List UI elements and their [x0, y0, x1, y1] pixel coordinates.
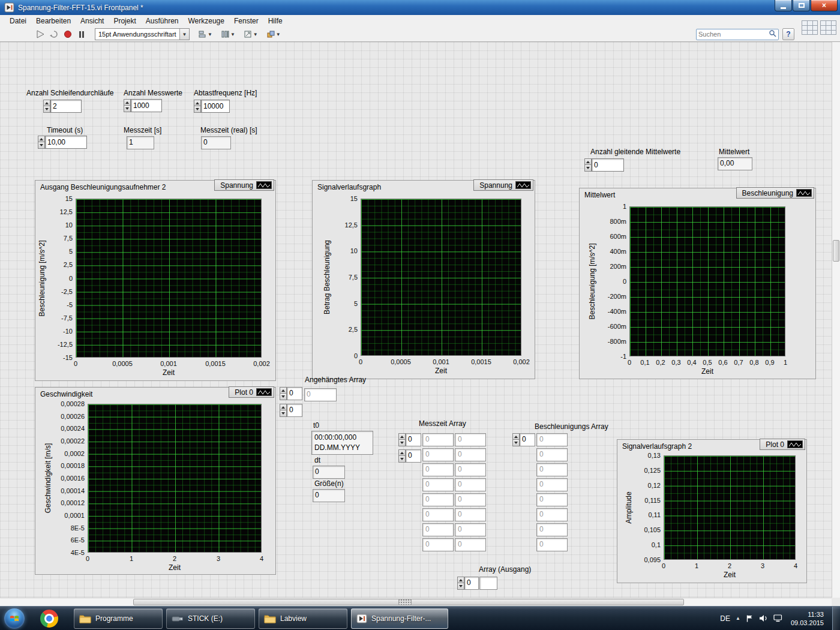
- array-element[interactable]: 0: [422, 463, 454, 476]
- messwerte-input[interactable]: [131, 99, 162, 112]
- abtastfrequenz-spinner[interactable]: [194, 100, 201, 113]
- array-row: 0: [536, 538, 568, 551]
- array-element[interactable]: 0: [536, 508, 568, 521]
- messzeit-array-index2-spinner[interactable]: [398, 449, 406, 463]
- menu-item-datei[interactable]: Datei: [5, 17, 31, 25]
- array-element[interactable]: 0: [455, 463, 486, 476]
- menu-item-ausfuehren[interactable]: Ausführen: [141, 17, 184, 25]
- search-box[interactable]: [696, 29, 779, 40]
- chevron-down-icon[interactable]: ▼: [179, 29, 189, 40]
- tray-expand-icon[interactable]: ▲: [736, 616, 740, 621]
- angehaengtes-index2[interactable]: 0: [287, 404, 302, 417]
- plot-legend[interactable]: Beschleunigung: [736, 187, 814, 199]
- plot-legend[interactable]: Plot 0: [760, 439, 805, 450]
- messzeit-array-index1-spinner[interactable]: [398, 433, 406, 446]
- menu-item-fenster[interactable]: Fenster: [229, 17, 263, 25]
- minimize-button[interactable]: [775, 0, 792, 11]
- vertical-scrollbar[interactable]: [832, 42, 840, 598]
- chrome-icon[interactable]: [40, 610, 58, 628]
- plot-legend[interactable]: Spannung: [473, 179, 533, 191]
- array-element[interactable]: 0: [422, 538, 454, 551]
- volume-icon[interactable]: [759, 614, 768, 622]
- array-element[interactable]: 0: [455, 478, 486, 491]
- resize-objects-button[interactable]: ▼: [242, 28, 260, 40]
- distribute-objects-button[interactable]: ▼: [220, 28, 237, 40]
- array-element[interactable]: 0: [422, 508, 454, 521]
- timeout-spinner[interactable]: [38, 136, 45, 149]
- search-icon[interactable]: [769, 29, 776, 40]
- angehaengtes-index2-spinner[interactable]: [280, 404, 287, 417]
- array-element[interactable]: 0: [455, 493, 486, 506]
- language-indicator[interactable]: DE: [720, 614, 730, 623]
- array-ausgang-index[interactable]: 0: [464, 577, 479, 590]
- action-center-icon[interactable]: [746, 614, 754, 623]
- menu-item-hilfe[interactable]: Hilfe: [263, 17, 287, 25]
- plot-legend[interactable]: Plot 0: [229, 386, 274, 398]
- close-button[interactable]: ×: [811, 0, 838, 11]
- run-continuous-button[interactable]: [47, 28, 61, 41]
- array-element[interactable]: 0: [422, 478, 454, 491]
- array-element[interactable]: 0: [536, 463, 568, 476]
- grid-settings-icon[interactable]: [820, 20, 836, 35]
- menu-item-ansicht[interactable]: Ansicht: [76, 17, 109, 25]
- align-objects-button[interactable]: ▼: [197, 28, 214, 40]
- array-element[interactable]: 0: [536, 493, 568, 506]
- beschleunigungs-array-index[interactable]: 0: [520, 433, 535, 446]
- taskbar-button-folder[interactable]: Labview: [259, 608, 347, 629]
- mittelwerte-n-input[interactable]: [592, 158, 624, 172]
- array-ausgang-index-spinner[interactable]: [457, 577, 464, 590]
- run-button[interactable]: [34, 28, 47, 41]
- array-element[interactable]: 0: [422, 448, 454, 461]
- array-element[interactable]: 0: [536, 538, 568, 551]
- timeout-input[interactable]: [45, 136, 87, 149]
- font-selector[interactable]: 15pt Anwendungsschriftart ▼: [95, 28, 190, 40]
- abort-button[interactable]: [61, 28, 74, 41]
- angehaengtes-index1-spinner[interactable]: [280, 387, 287, 400]
- messwerte-spinner[interactable]: [124, 99, 131, 112]
- messzeit-array-index2[interactable]: 0: [406, 449, 421, 463]
- array-element[interactable]: 0: [455, 508, 486, 521]
- tile-windows-icon[interactable]: [802, 20, 818, 35]
- angehaengtes-index1[interactable]: 0: [287, 387, 302, 400]
- angehaengtes-element[interactable]: 0: [304, 388, 337, 401]
- array-element[interactable]: 0: [422, 523, 454, 536]
- loops-input[interactable]: [50, 100, 82, 113]
- menu-item-werkzeuge[interactable]: Werkzeuge: [183, 17, 229, 25]
- array-element[interactable]: 0: [455, 448, 486, 461]
- network-icon[interactable]: [773, 614, 782, 622]
- reorder-objects-button[interactable]: ▼: [265, 28, 283, 40]
- start-button[interactable]: [4, 608, 25, 629]
- pause-button[interactable]: [75, 28, 88, 41]
- array-element[interactable]: 0: [455, 538, 486, 551]
- array-element[interactable]: 0: [536, 478, 568, 491]
- help-button[interactable]: ?: [782, 28, 794, 40]
- show-desktop-button[interactable]: [832, 607, 840, 630]
- array-element[interactable]: 0: [455, 523, 486, 536]
- horizontal-scrollbar[interactable]: [0, 598, 832, 606]
- x-axis-tick: 0: [70, 555, 106, 562]
- beschleunigungs-array-index-spinner[interactable]: [512, 433, 520, 446]
- clock[interactable]: 11:33 09.03.2015: [791, 610, 824, 627]
- taskbar-button-folder[interactable]: Programme: [74, 608, 163, 629]
- abtastfrequenz-input[interactable]: [201, 100, 230, 113]
- mittelwerte-n-spinner[interactable]: [584, 158, 592, 172]
- taskbar-button-usb[interactable]: STICK (E:): [166, 608, 255, 629]
- taskbar-button-labview[interactable]: Spannung-Filter-...: [351, 608, 448, 629]
- array-row: 00: [422, 463, 486, 476]
- array-element[interactable]: 0: [422, 493, 454, 506]
- array-element[interactable]: 0: [455, 433, 486, 446]
- loops-spinner[interactable]: [43, 100, 50, 113]
- array-element[interactable]: 0: [422, 433, 454, 446]
- plot-legend[interactable]: Spannung: [214, 179, 274, 191]
- maximize-button[interactable]: [793, 0, 810, 11]
- search-input[interactable]: [698, 31, 769, 38]
- messzeit-array-index1[interactable]: 0: [406, 433, 421, 446]
- menu-item-projekt[interactable]: Projekt: [109, 17, 140, 25]
- menu-item-bearbeiten[interactable]: Bearbeiten: [31, 17, 76, 25]
- vertical-scrollbar-thumb[interactable]: [833, 240, 839, 262]
- array-ausgang-element[interactable]: [479, 577, 497, 590]
- array-element[interactable]: 0: [536, 523, 568, 536]
- scrollbar-grip[interactable]: [398, 599, 412, 605]
- array-element[interactable]: 0: [536, 433, 568, 446]
- array-element[interactable]: 0: [536, 448, 568, 461]
